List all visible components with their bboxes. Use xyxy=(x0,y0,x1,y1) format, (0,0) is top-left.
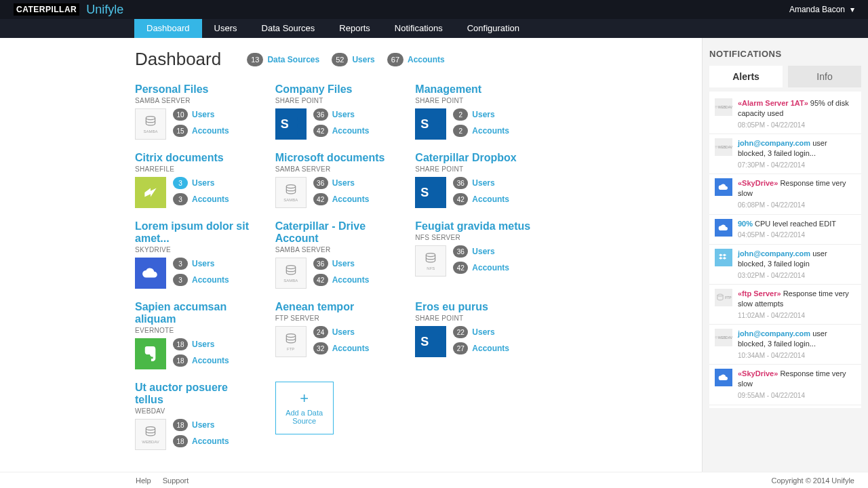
accounts-link[interactable]: Accounts xyxy=(192,436,229,446)
accounts-link[interactable]: Accounts xyxy=(472,126,509,136)
users-link[interactable]: Users xyxy=(472,178,494,188)
server-icon: WEBDAV xyxy=(715,98,732,116)
card-title[interactable]: Company Files xyxy=(275,83,397,96)
accounts-count: 42 xyxy=(453,262,468,274)
nfs-icon: NFS xyxy=(415,245,446,277)
card-title[interactable]: Aenean tempor xyxy=(275,301,397,313)
summary-label: Accounts xyxy=(408,55,445,64)
summary-data-sources[interactable]: 13Data Sources xyxy=(247,53,319,66)
card-subtitle: SHARE POINT xyxy=(415,165,536,173)
card-title[interactable]: Sapien accumsan aliquam xyxy=(135,301,256,325)
users-count: 22 xyxy=(453,326,468,338)
page-header: Dashboard 13Data Sources52Users67Account… xyxy=(119,38,702,77)
card-title[interactable]: Microsoft documents xyxy=(275,152,397,164)
notifications-title: NOTIFICATIONS xyxy=(709,49,861,59)
accounts-count: 42 xyxy=(313,274,328,286)
nav-users[interactable]: Users xyxy=(202,19,250,38)
server-icon: FTP xyxy=(715,289,732,306)
notification-item[interactable]: WEBDAV«Alarm Server 1AT» 95% of disk cap… xyxy=(709,94,861,134)
summary-users[interactable]: 52Users xyxy=(332,53,375,66)
accounts-link[interactable]: Accounts xyxy=(472,195,509,204)
svg-point-1 xyxy=(286,185,295,188)
accounts-count: 3 xyxy=(173,193,188,205)
accounts-link[interactable]: Accounts xyxy=(332,126,370,136)
nav-dashboard[interactable]: Dashboard xyxy=(134,19,202,38)
accounts-count: 2 xyxy=(453,125,468,137)
card-subtitle: NFS SERVER xyxy=(415,234,536,241)
summary-count: 52 xyxy=(332,53,348,66)
card-title[interactable]: Caterpillar - Drive Account xyxy=(275,220,397,245)
notification-tabs: Alerts Info xyxy=(709,66,861,87)
card-title[interactable]: Citrix documents xyxy=(135,152,256,164)
notification-item[interactable]: WEBDAVjohn@company.com user blocked, 3 f… xyxy=(709,134,861,174)
notification-item[interactable]: «SkyDrive» Response time very slow09:55A… xyxy=(709,365,861,405)
footer-support[interactable]: Support xyxy=(163,476,189,485)
svg-point-5 xyxy=(146,427,155,430)
accounts-link[interactable]: Accounts xyxy=(192,275,229,285)
users-link[interactable]: Users xyxy=(472,327,494,337)
card-subtitle: SHARE POINT xyxy=(275,97,397,104)
accounts-link[interactable]: Accounts xyxy=(472,263,509,272)
card-title[interactable]: Caterpillar Dropbox xyxy=(415,152,536,164)
card-title[interactable]: Personal Files xyxy=(135,83,256,96)
user-menu[interactable]: Amanda Bacon ▾ xyxy=(789,5,854,14)
notification-item[interactable]: WEBDAVjohn@company.com user blocked, 3 f… xyxy=(709,325,861,365)
card-title[interactable]: Eros eu purus xyxy=(415,301,536,313)
add-datasource-button[interactable]: +Add a Data Source xyxy=(275,382,334,434)
users-link[interactable]: Users xyxy=(192,110,214,119)
card-subtitle: SAMBA SERVER xyxy=(135,97,256,104)
nav-configuration[interactable]: Configuration xyxy=(455,19,532,38)
users-link[interactable]: Users xyxy=(192,178,214,188)
tab-alerts[interactable]: Alerts xyxy=(709,66,783,87)
users-link[interactable]: Users xyxy=(192,340,214,349)
page-title: Dashboard xyxy=(135,49,221,70)
accounts-link[interactable]: Accounts xyxy=(332,195,370,204)
users-link[interactable]: Users xyxy=(192,259,214,268)
users-count: 18 xyxy=(173,338,188,350)
footer-help[interactable]: Help xyxy=(136,476,151,485)
accounts-link[interactable]: Accounts xyxy=(472,344,509,353)
users-count: 10 xyxy=(173,108,188,121)
chevron-down-icon: ▾ xyxy=(850,5,854,14)
nav-data-sources[interactable]: Data Sources xyxy=(250,19,328,38)
tab-info[interactable]: Info xyxy=(788,66,861,87)
users-link[interactable]: Users xyxy=(472,110,494,119)
notification-item[interactable]: FTP«ftp Server» Response time very slow … xyxy=(709,285,861,325)
datasource-card: Ut auctor posuere tellusWEBDAVWEBDAV18Us… xyxy=(135,382,256,450)
datasource-card: ManagementSHARE POINTS2Users2Accounts xyxy=(415,83,536,140)
summary-accounts[interactable]: 67Accounts xyxy=(387,53,445,66)
accounts-link[interactable]: Accounts xyxy=(332,275,370,285)
users-count: 36 xyxy=(313,177,328,189)
users-link[interactable]: Users xyxy=(332,178,355,188)
users-link[interactable]: Users xyxy=(332,327,355,337)
datasource-card: Caterpillar - Drive AccountSAMBA SERVERS… xyxy=(275,220,397,289)
accounts-count: 42 xyxy=(453,193,468,205)
accounts-link[interactable]: Accounts xyxy=(192,195,229,204)
summary-label: Data Sources xyxy=(267,55,319,64)
accounts-link[interactable]: Accounts xyxy=(332,344,370,353)
users-link[interactable]: Users xyxy=(332,110,355,119)
card-title[interactable]: Feugiat gravida metus xyxy=(415,220,536,232)
svg-point-8 xyxy=(717,294,723,296)
users-link[interactable]: Users xyxy=(192,420,214,430)
nav-reports[interactable]: Reports xyxy=(327,19,382,38)
users-link[interactable]: Users xyxy=(332,259,355,268)
summary-label: Users xyxy=(352,55,374,64)
notif-timestamp: 06:08PM - 04/22/2014 xyxy=(738,201,856,210)
notification-item[interactable]: «SkyDrive» Response time very slow06:08P… xyxy=(709,174,861,214)
notification-item[interactable]: 90% CPU level reached EDIT04:05PM - 04/2… xyxy=(709,215,861,245)
datasource-card: Company FilesSHARE POINTS36Users42Accoun… xyxy=(275,83,397,140)
cloud-icon xyxy=(715,219,732,237)
notif-source: john@company.com xyxy=(738,249,810,258)
users-count: 18 xyxy=(173,419,188,431)
accounts-link[interactable]: Accounts xyxy=(192,356,229,365)
samba-icon: SAMBA xyxy=(275,177,307,208)
accounts-link[interactable]: Accounts xyxy=(192,126,229,136)
notification-item[interactable]: john@company.com user blocked, 3 failed … xyxy=(709,245,861,285)
card-title[interactable]: Lorem ipsum dolor sit amet... xyxy=(135,220,256,245)
nav-notifications[interactable]: Notifications xyxy=(382,19,455,38)
card-title[interactable]: Management xyxy=(415,83,536,96)
card-title[interactable]: Ut auctor posuere tellus xyxy=(135,382,256,406)
svg-point-9 xyxy=(715,337,717,338)
users-link[interactable]: Users xyxy=(472,247,494,256)
